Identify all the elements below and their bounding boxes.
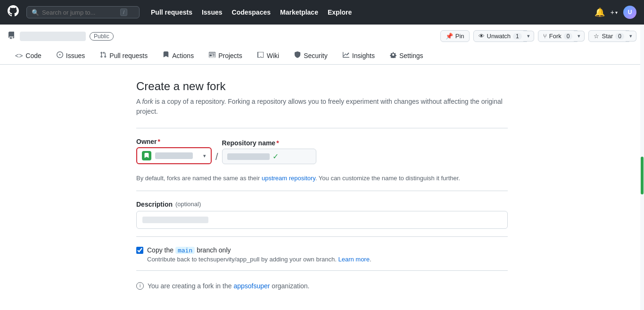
repo-name-text [20, 32, 86, 41]
nav-marketplace[interactable]: Marketplace [280, 8, 318, 16]
tab-wiki[interactable]: Wiki [250, 48, 287, 64]
tab-issues[interactable]: Issues [49, 48, 92, 64]
copy-main-branch-row: Copy the main branch only Contribute bac… [136, 246, 508, 263]
create-new-button[interactable]: + ▾ [611, 8, 618, 16]
owner-avatar [142, 151, 151, 160]
nav-issues[interactable]: Issues [202, 8, 223, 16]
slash-separator: / [215, 151, 218, 164]
repo-name: Public [20, 32, 114, 41]
unwatch-button[interactable]: 👁 Unwatch 1 [473, 30, 527, 42]
pin-icon: 📌 [446, 33, 453, 40]
unwatch-group: 👁 Unwatch 1 ▾ [473, 30, 534, 42]
divider-bottom [136, 270, 508, 271]
repo-name-input[interactable]: ✓ [222, 149, 316, 164]
search-icon: 🔍 [32, 9, 39, 16]
fork-org-text: You are creating a fork in the appsofsup… [148, 282, 310, 290]
top-nav-links: Pull requests Issues Codespaces Marketpl… [151, 8, 352, 16]
code-icon: <> [15, 52, 23, 59]
tab-settings[interactable]: Settings [382, 48, 431, 64]
tab-security[interactable]: Security [287, 48, 335, 64]
page-description: A fork is a copy of a repository. Forkin… [136, 97, 508, 117]
divider-mid [136, 191, 508, 191]
learn-more-link[interactable]: Learn more [338, 256, 369, 263]
search-slash-key: / [120, 8, 127, 16]
projects-icon [209, 51, 215, 59]
public-badge: Public [90, 32, 114, 41]
description-input[interactable] [136, 211, 508, 229]
description-placeholder [142, 217, 208, 223]
repo-name-label: Repository name* [222, 139, 316, 147]
validation-check-icon: ✓ [272, 152, 279, 161]
search-input[interactable] [42, 9, 117, 16]
repo-name-value [227, 153, 270, 160]
fork-group: ⑂ Fork 0 ▾ [538, 30, 585, 42]
scrollbar[interactable] [640, 25, 644, 305]
star-caret[interactable]: ▾ [626, 31, 636, 42]
divider-top [136, 128, 508, 128]
github-logo[interactable] [8, 5, 19, 19]
description-group: Description (optional) [136, 201, 508, 229]
avatar[interactable]: U [623, 6, 636, 19]
repo-title-row: Public 📌 Pin 👁 Unwatch 1 ▾ ⑂ [8, 30, 636, 42]
star-button[interactable]: ☆ Star 0 [588, 30, 629, 42]
info-icon: i [136, 282, 144, 290]
tab-projects[interactable]: Projects [201, 48, 250, 64]
repo-header: Public 📌 Pin 👁 Unwatch 1 ▾ ⑂ [0, 25, 644, 65]
repo-name-group: Repository name* ✓ [222, 139, 316, 164]
unwatch-count: 1 [513, 33, 522, 40]
notifications-icon[interactable]: 🔔 [594, 7, 605, 17]
main-content: Create a new fork A fork is a copy of a … [129, 80, 515, 290]
scrollbar-thumb [641, 157, 644, 194]
tab-insights[interactable]: Insights [335, 48, 382, 64]
tab-pull-requests[interactable]: Pull requests [92, 48, 155, 64]
pin-label: Pin [455, 33, 464, 40]
top-nav-right: 🔔 + ▾ U [594, 6, 636, 19]
fork-org-info: i You are creating a fork in the appsofs… [136, 282, 508, 290]
insights-icon [343, 51, 349, 59]
fork-button[interactable]: ⑂ Fork 0 [538, 30, 578, 42]
owner-name-placeholder [155, 152, 193, 159]
issues-icon [57, 51, 63, 59]
owner-select[interactable]: ▾ [136, 147, 212, 164]
actions-icon [163, 51, 169, 59]
owner-dropdown-icon: ▾ [203, 153, 206, 159]
top-navigation: 🔍 / Pull requests Issues Codespaces Mark… [0, 0, 644, 25]
tab-code[interactable]: <> Code [8, 48, 49, 64]
owner-label: Owner* [136, 138, 212, 145]
copy-main-label: Copy the main branch only [147, 246, 372, 254]
fork-count: 0 [564, 33, 573, 40]
plus-caret-icon: ▾ [615, 10, 618, 15]
description-label-row: Description (optional) [136, 201, 508, 208]
fork-caret[interactable]: ▾ [574, 31, 585, 42]
repo-type-icon [8, 32, 15, 41]
fork-name-hint: By default, forks are named the same as … [136, 174, 508, 183]
nav-pull-requests[interactable]: Pull requests [151, 8, 192, 16]
nav-explore[interactable]: Explore [328, 8, 352, 16]
page-title: Create a new fork [136, 80, 508, 93]
upstream-link[interactable]: upstream repository [262, 175, 315, 182]
search-box[interactable]: 🔍 / [26, 6, 140, 18]
wiki-icon [257, 51, 264, 59]
settings-icon [390, 51, 396, 59]
star-group: ☆ Star 0 ▾ [588, 30, 636, 42]
nav-codespaces[interactable]: Codespaces [232, 8, 271, 16]
divider-description [136, 236, 508, 237]
main-branch-badge: main [175, 247, 195, 254]
eye-icon: 👁 [479, 33, 485, 40]
repo-tabs: <> Code Issues Pull requests Actions P [8, 48, 636, 64]
copy-main-checkbox[interactable] [136, 247, 143, 254]
copy-main-label-group: Copy the main branch only Contribute bac… [147, 246, 372, 263]
tab-actions[interactable]: Actions [155, 48, 201, 64]
fork-icon: ⑂ [543, 33, 547, 40]
repo-actions: 📌 Pin 👁 Unwatch 1 ▾ ⑂ Fork 0 ▾ [440, 30, 636, 42]
star-icon: ☆ [594, 33, 599, 40]
star-count: 0 [615, 33, 624, 40]
pr-icon [100, 51, 107, 59]
copy-main-hint: Contribute back to techsupervity/app_pul… [147, 256, 372, 263]
pin-button[interactable]: 📌 Pin [440, 30, 470, 42]
owner-repo-row: Owner* ▾ / Repository name* ✓ [136, 138, 508, 164]
org-link[interactable]: appsofsuper [233, 282, 270, 290]
owner-group: Owner* ▾ [136, 138, 212, 164]
unwatch-caret[interactable]: ▾ [523, 31, 534, 42]
security-icon [294, 51, 301, 59]
